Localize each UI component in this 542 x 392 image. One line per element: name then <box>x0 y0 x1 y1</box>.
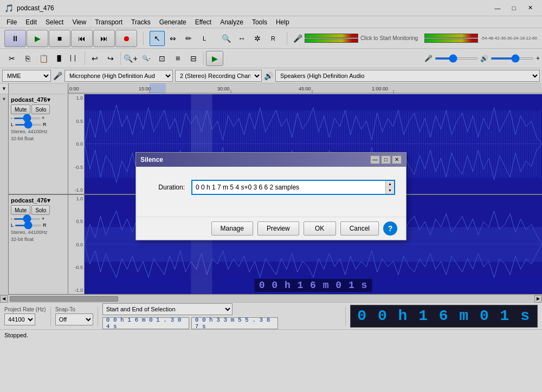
help-button[interactable]: ? <box>383 221 397 236</box>
duration-value[interactable]: 0 0 h 1 7 m 5 4 s+0 3 6 6 2 samples <box>192 181 385 194</box>
spinner-down-icon[interactable]: ▼ <box>386 187 394 194</box>
dialog-maximize-button[interactable]: □ <box>381 155 391 164</box>
dialog-title: Silence <box>140 156 163 164</box>
cancel-button[interactable]: Cancel <box>340 221 379 236</box>
spinner-up-icon[interactable]: ▲ <box>386 181 394 188</box>
ok-button[interactable]: OK <box>304 221 336 236</box>
duration-spinner[interactable]: ▲ ▼ <box>385 181 394 194</box>
preview-button[interactable]: Preview <box>257 221 299 236</box>
dialog-title-bar: Silence — □ ✕ <box>136 153 406 167</box>
dialog-body: Duration: 0 0 h 1 7 m 5 4 s+0 3 6 6 2 sa… <box>136 167 406 217</box>
modal-overlay: Silence — □ ✕ Duration: 0 0 h 1 7 m 5 4 … <box>0 0 542 392</box>
dialog-minimize-button[interactable]: — <box>370 155 380 164</box>
duration-label: Duration: <box>147 184 185 191</box>
silence-dialog: Silence — □ ✕ Duration: 0 0 h 1 7 m 5 4 … <box>136 152 406 240</box>
dialog-controls: — □ ✕ <box>370 155 402 164</box>
dialog-footer: Manage Preview OK Cancel ? <box>136 217 406 240</box>
manage-button[interactable]: Manage <box>211 221 253 236</box>
duration-field: Duration: 0 0 h 1 7 m 5 4 s+0 3 6 6 2 sa… <box>147 180 395 195</box>
dialog-close-button[interactable]: ✕ <box>392 155 402 164</box>
